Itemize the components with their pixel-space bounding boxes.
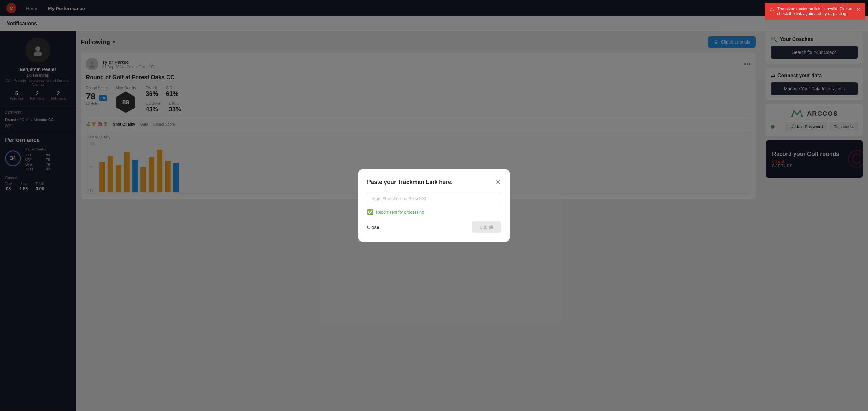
modal-header: Paste your Trackman Link here. ✕ — [367, 178, 501, 186]
modal-title: Paste your Trackman Link here. — [367, 179, 453, 186]
success-row: ✅ Report sent for processing — [367, 209, 501, 215]
success-checkmark-icon: ✅ — [367, 209, 373, 215]
warning-icon: ⚠ — [770, 6, 774, 12]
trackman-link-input[interactable] — [367, 192, 501, 205]
modal-close-button[interactable]: Close — [367, 225, 379, 230]
trackman-modal: Paste your Trackman Link here. ✕ ✅ Repor… — [358, 169, 510, 242]
modal-submit-button[interactable]: Submit — [472, 221, 501, 233]
error-toast-message: The given trackman link is invalid. Plea… — [777, 6, 853, 16]
modal-close-x-button[interactable]: ✕ — [496, 178, 501, 186]
error-toast-close-button[interactable]: ✕ — [856, 6, 861, 12]
success-message: Report sent for processing — [376, 210, 424, 215]
error-toast: ⚠ The given trackman link is invalid. Pl… — [765, 2, 866, 20]
modal-footer: Close Submit — [367, 221, 501, 233]
modal-overlay[interactable]: Paste your Trackman Link here. ✕ ✅ Repor… — [0, 0, 868, 411]
